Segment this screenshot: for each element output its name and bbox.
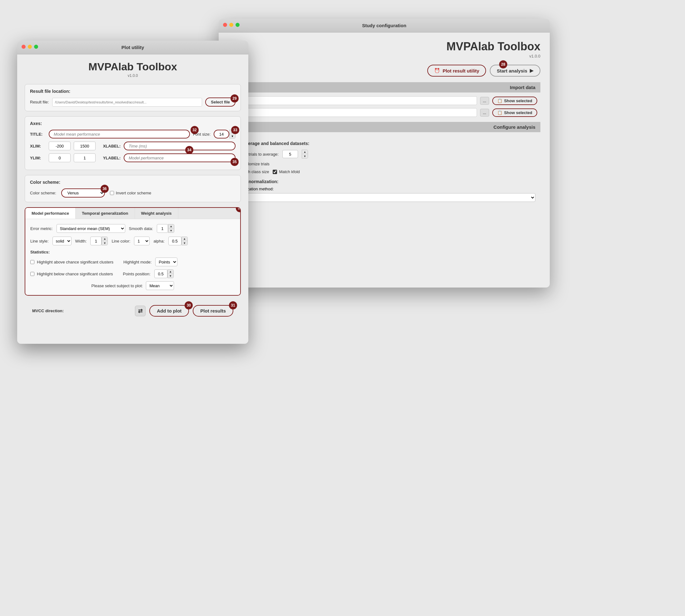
- xlim-label: XLIM:: [30, 144, 46, 149]
- result-file-input[interactable]: [52, 98, 202, 107]
- highlight-below-label[interactable]: Highlight below chance significant clust…: [30, 271, 113, 276]
- ylabel-input[interactable]: [124, 153, 235, 162]
- import-dots-btn-1[interactable]: ...: [480, 97, 489, 105]
- match-kfold-label[interactable]: Match kfold: [273, 169, 300, 174]
- plot-maximize-btn[interactable]: [34, 45, 38, 49]
- points-position-input[interactable]: [154, 269, 167, 278]
- add-to-plot-button[interactable]: Add to plot: [149, 305, 189, 316]
- match-row: Match class size Match kfold: [233, 169, 535, 174]
- highlight-above-label[interactable]: Highlight above chance significant clust…: [30, 260, 113, 264]
- points-position-stepper[interactable]: ▲ ▼: [167, 269, 174, 278]
- tab-temporal-generalization[interactable]: Temporal generalization: [75, 208, 135, 219]
- ylabel-label: YLABEL:: [99, 156, 120, 160]
- table-icon-2: 📋: [497, 110, 502, 115]
- tab-content: Error metric: Standard error mean (SEM) …: [25, 219, 240, 295]
- invert-color-label[interactable]: Invert color scheme: [110, 191, 151, 195]
- smooth-data-stepper[interactable]: ▲ ▼: [168, 224, 174, 233]
- invert-color-checkbox[interactable]: [110, 191, 114, 195]
- num-trials-down[interactable]: ▼: [302, 154, 308, 158]
- subject-select[interactable]: Mean: [146, 281, 174, 290]
- num-trials-row: Number trials to average: ▲ ▼: [233, 150, 535, 158]
- show-selected-btn-2[interactable]: 📋 Show selected: [492, 108, 537, 117]
- stat-row-2: Highlight below chance significant clust…: [30, 269, 235, 278]
- width-stepper[interactable]: ▲ ▼: [101, 237, 108, 245]
- import-field-1[interactable]: [231, 96, 477, 105]
- smooth-up[interactable]: ▲: [168, 224, 174, 228]
- highlight-below-checkbox[interactable]: [30, 272, 35, 276]
- points-up[interactable]: ▲: [168, 270, 173, 274]
- plot-app-version: v1.0.0: [25, 73, 241, 78]
- study-titlebar: Study configuration: [219, 19, 550, 32]
- ylim-max-input[interactable]: [74, 153, 96, 162]
- badge-30: 30: [185, 301, 193, 309]
- plot-minimize-btn[interactable]: [28, 45, 32, 49]
- tab-panel: 37 Model performance Temporal generaliza…: [25, 207, 241, 296]
- alpha-down[interactable]: ▼: [182, 241, 187, 245]
- highlight-mode-select[interactable]: Points: [155, 258, 177, 266]
- plot-result-button[interactable]: ⏰ Plot result utility: [427, 65, 486, 76]
- show-selected-btn-1[interactable]: 📋 Show selected: [492, 96, 537, 105]
- points-down[interactable]: ▼: [168, 274, 173, 278]
- normalization-title: 5. Data normalization:: [233, 179, 535, 184]
- import-data-header: Import data: [228, 82, 540, 92]
- clock-icon: ⏰: [434, 68, 440, 73]
- num-trials-up[interactable]: ▲: [302, 150, 308, 154]
- xlim-max-input[interactable]: [74, 141, 96, 150]
- error-metric-select[interactable]: Standard error mean (SEM): [56, 224, 125, 233]
- highlight-above-checkbox[interactable]: [30, 260, 35, 264]
- width-up[interactable]: ▲: [102, 237, 108, 241]
- flip-button[interactable]: ⇄: [135, 306, 145, 316]
- width-input[interactable]: [90, 237, 101, 245]
- badge-28: 28: [499, 60, 507, 68]
- line-style-select[interactable]: solid: [52, 237, 71, 245]
- smooth-data-input[interactable]: [157, 224, 168, 233]
- study-close-btn[interactable]: [223, 23, 227, 27]
- tab-model-performance[interactable]: Model performance: [25, 208, 75, 219]
- ylim-row: YLIM: YLABEL: 35: [30, 153, 235, 162]
- study-maximize-btn[interactable]: [235, 23, 239, 27]
- configure-header: Configure analysis: [228, 122, 540, 132]
- alpha-stepper[interactable]: ▲ ▼: [181, 237, 188, 245]
- norm-select[interactable]: None: [233, 193, 535, 202]
- title-input[interactable]: [49, 130, 190, 138]
- xlabel-label: XLABEL:: [99, 144, 120, 149]
- bottom-right: ⇄ Add to plot 30 Plot results 31: [135, 305, 233, 316]
- select-file-button[interactable]: Select file 29: [205, 97, 235, 107]
- start-analysis-button[interactable]: Start analysis ▶: [490, 65, 540, 76]
- plot-results-button[interactable]: Plot results: [193, 305, 233, 316]
- plot-traffic-lights: [22, 45, 38, 49]
- badge-33: 33: [231, 126, 239, 134]
- plot-title: Plot utility: [121, 45, 144, 50]
- import-dots-btn-2[interactable]: ...: [480, 109, 489, 116]
- xlim-min-input[interactable]: [49, 141, 71, 150]
- result-section-title: Result file location:: [30, 89, 235, 94]
- color-scheme-select[interactable]: Venus: [61, 189, 105, 198]
- randomize-row: Randomize trials: [233, 161, 535, 166]
- match-kfold-checkbox[interactable]: [273, 170, 277, 174]
- result-file-row: Result file: Select file 29: [30, 97, 235, 107]
- plot-close-btn[interactable]: [22, 45, 26, 49]
- configure-section: Configure analysis Trial average and bal…: [228, 122, 540, 207]
- alpha-up[interactable]: ▲: [182, 237, 187, 241]
- num-trials-input[interactable]: [282, 150, 298, 158]
- error-metric-label: Error metric:: [30, 226, 53, 231]
- alpha-input[interactable]: [168, 237, 181, 245]
- width-down[interactable]: ▼: [102, 241, 108, 245]
- font-down[interactable]: ▼: [230, 134, 235, 138]
- smooth-down[interactable]: ▼: [168, 228, 174, 233]
- study-window: Study configuration MVPAlab Toolbox v1.0…: [219, 19, 550, 288]
- xlabel-input[interactable]: [124, 141, 235, 150]
- study-minimize-btn[interactable]: [229, 23, 233, 27]
- font-size-input[interactable]: [214, 130, 229, 138]
- smooth-data-label: Smooth data:: [129, 226, 153, 231]
- axes-title-row: TITLE: 32 Font size: ▲ ▼ 33: [30, 130, 235, 138]
- color-section-title: Color scheme:: [30, 180, 235, 185]
- plot-window: Plot utility MVPAlab Toolbox v1.0.0 Resu…: [17, 41, 248, 344]
- import-row-1: ... 📋 Show selected: [228, 96, 540, 105]
- line-color-select[interactable]: 1: [134, 237, 150, 245]
- import-field-2[interactable]: [231, 108, 477, 117]
- tab-weight-analysis[interactable]: Weight analysis: [135, 208, 178, 219]
- num-trials-stepper[interactable]: ▲ ▼: [302, 150, 308, 158]
- ylim-min-input[interactable]: [49, 153, 71, 162]
- table-icon-1: 📋: [497, 98, 502, 103]
